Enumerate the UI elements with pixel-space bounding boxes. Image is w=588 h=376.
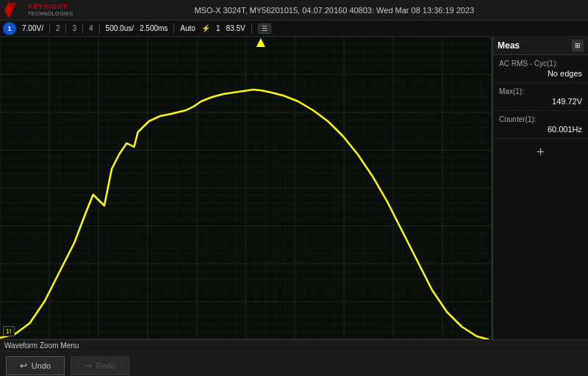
separator5 (173, 24, 174, 34)
trigger-mode: Auto (180, 24, 196, 32)
channel1-button[interactable]: 1 (3, 22, 16, 35)
scope-display[interactable]: 1! (0, 37, 492, 339)
keysight-logo: KEYSIGHT TECHNOLOGIES (4, 1, 74, 19)
meas-counter-value: 60.001Hz (499, 125, 582, 134)
meas-max-label: Max(1): (499, 87, 582, 95)
meas-header: Meas ⊞ (493, 37, 588, 55)
header-bar: KEYSIGHT TECHNOLOGIES MSO-X 3024T, MY562… (0, 0, 588, 21)
measurements-panel: Meas ⊞ AC RMS - Cyc(1): No edges Max(1):… (492, 37, 588, 339)
marker2-label: 2 (56, 24, 60, 32)
trigger-level: 83.5V (226, 24, 245, 32)
waveform-svg (0, 37, 492, 339)
meas-acrms-label: AC RMS - Cyc(1): (499, 59, 582, 68)
redo-label: Redo (96, 361, 115, 370)
marker4-label: 4 (89, 24, 93, 32)
meas-item-max: Max(1): 149.72V (493, 83, 588, 111)
separator2 (65, 24, 66, 34)
logo-svg (4, 1, 25, 19)
undo-button[interactable]: ↩ Undo (6, 356, 65, 375)
meas-max-value: 149.72V (499, 97, 582, 106)
marker3-label: 3 (72, 24, 76, 32)
meas-add-button[interactable]: + (493, 139, 588, 166)
scope-title: MSO-X 3024T, MY56201015, 04.07.20160 408… (85, 6, 584, 15)
meas-counter-label: Counter(1): (499, 115, 582, 123)
ch1-scale: 7.00V/ (22, 24, 43, 32)
trigger-src: 1 (216, 24, 220, 32)
redo-button[interactable]: ↪ Redo (71, 356, 129, 375)
time-offset: 2.500ms (140, 24, 168, 32)
time-per-div: 500.0us/ (106, 24, 134, 32)
logo-sub: TECHNOLOGIES (28, 11, 74, 17)
separator4 (99, 24, 100, 34)
undo-icon: ↩ (20, 361, 27, 371)
meas-grid-button[interactable]: ⊞ (572, 40, 584, 51)
menu-icon[interactable]: ☰ (258, 24, 271, 34)
separator1 (49, 24, 50, 34)
main-area: 1! Meas ⊞ AC RMS - Cyc(1): No edges Max(… (0, 37, 588, 339)
bottom-bar: Waveform Zoom Menu ↩ Undo ↪ Redo (0, 339, 588, 376)
undo-label: Undo (32, 361, 51, 370)
meas-title: Meas (498, 40, 520, 51)
svg-marker-2 (257, 38, 265, 47)
logo-name: KEYSIGHT (28, 4, 74, 11)
toolbar: 1 7.00V/ 2 3 4 500.0us/ 2.500ms Auto ⚡ 1… (0, 21, 588, 37)
bottom-buttons: ↩ Undo ↪ Redo (0, 352, 588, 376)
separator6 (251, 24, 252, 34)
trigger-icon: ⚡ (201, 24, 210, 32)
meas-item-counter: Counter(1): 60.001Hz (493, 111, 588, 139)
meas-acrms-value: No edges (499, 69, 582, 78)
channel-indicator: 1! (3, 326, 15, 336)
meas-item-acrms: AC RMS - Cyc(1): No edges (493, 55, 588, 83)
redo-icon: ↪ (85, 361, 92, 371)
separator3 (82, 24, 83, 34)
waveform-zoom-label: Waveform Zoom Menu (0, 340, 588, 352)
